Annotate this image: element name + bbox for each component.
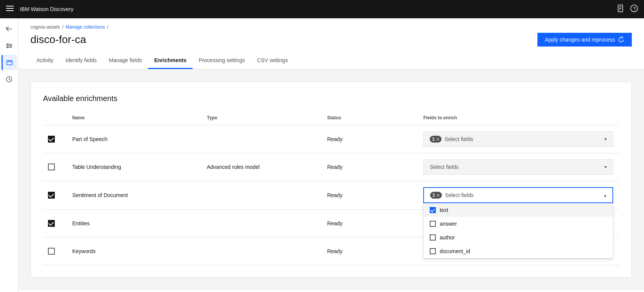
document-icon[interactable] [617,5,624,14]
col-header-checkbox [43,112,66,125]
row-5-name: Keywords [66,237,201,265]
col-header-fields: Fields to enrich [417,112,619,125]
col-header-name: Name [66,112,201,125]
top-nav: IBM Watson Discovery ? [0,0,644,18]
tab-manage-fields[interactable]: Manage fields [103,53,148,69]
option-text-checkbox[interactable] [430,207,436,213]
app-title: IBM Watson Discovery [20,6,73,12]
option-author-label: author [440,234,455,241]
tabs-container: Activity Identify fields Manage fields E… [18,53,644,69]
svg-rect-1 [6,8,14,9]
row-2-chevron-down-icon: ▾ [604,164,607,170]
page-title-row: disco-for-ca Apply changes and reprocess [30,33,632,53]
row-1-select-container: 1 ✕ Select fields ▾ [423,132,613,147]
svg-point-11 [7,44,8,45]
dropdown-option-author[interactable]: author [424,231,613,244]
svg-rect-20 [7,61,12,65]
row-3-chevron-up-icon: ▴ [604,193,606,198]
row-1-checkbox[interactable] [48,136,55,143]
row-2-status: Ready [321,153,417,181]
svg-rect-2 [6,10,14,11]
row-3-field-tag: 1 ✕ [430,192,442,199]
row-1-name: Part of Speech [66,125,201,153]
row-3-checkbox-cell [43,181,66,210]
svg-point-13 [10,45,11,47]
sidebar-back-icon[interactable] [2,21,17,37]
row-5-checkbox[interactable] [48,248,55,255]
page-header: cognos-assets / Manage collections / dis… [18,18,644,53]
apply-button-label: Apply changes and reprocess [545,37,615,43]
row-3-name: Sentiment of Document [66,181,201,210]
enrichments-table: Name Type Status Fields to enrich [43,112,619,265]
option-author-checkbox[interactable] [430,234,436,241]
table-row: Part of Speech Ready 1 ✕ [43,125,619,153]
main-content: cognos-assets / Manage collections / dis… [18,18,644,292]
breadcrumb-manage-collections[interactable]: Manage collections [66,24,105,30]
row-1-fields: 1 ✕ Select fields ▾ [417,125,619,153]
row-2-select-trigger[interactable]: Select fields ▾ [423,159,613,175]
row-1-status: Ready [321,125,417,153]
dropdown-option-document-id[interactable]: document_id [424,244,613,258]
option-text-label: text [440,207,448,213]
row-4-name: Entities [66,210,201,237]
row-3-checkbox[interactable] [48,192,55,199]
table-row: Table Understanding Advanced rules model… [43,153,619,181]
breadcrumb-sep-2: / [107,24,108,30]
row-3-type [201,181,321,210]
content-area: Available enrichments Name Type Status F… [18,69,644,290]
enrichments-card: Available enrichments Name Type Status F… [30,82,632,278]
row-3-status: Ready [321,181,417,210]
table-row: Sentiment of Document Ready 1 ✕ [43,181,619,210]
row-1-type [201,125,321,153]
option-answer-label: answer [440,221,457,227]
option-document-id-checkbox[interactable] [430,248,436,254]
sidebar-collections-icon[interactable] [2,55,17,70]
row-1-chevron-down-icon: ▾ [604,136,607,142]
option-document-id-label: document_id [440,248,470,254]
row-2-name: Table Understanding [66,153,201,181]
apply-changes-button[interactable]: Apply changes and reprocess [537,33,632,47]
dropdown-option-answer[interactable]: answer [424,217,613,231]
tab-activity[interactable]: Activity [30,53,59,69]
tab-identify-fields[interactable]: Identify fields [59,53,103,69]
hamburger-menu-icon[interactable] [6,5,14,14]
row-4-type [201,210,321,237]
sidebar-history-icon[interactable] [2,72,17,87]
svg-text:?: ? [633,6,636,11]
breadcrumb: cognos-assets / Manage collections / [30,24,632,30]
row-3-select-container: 1 ✕ Select fields ▴ [423,187,613,203]
refresh-icon [618,37,624,43]
breadcrumb-cognos: cognos-assets [30,24,60,30]
col-header-type: Type [201,112,321,125]
row-1-tag-x[interactable]: ✕ [436,137,439,141]
row-1-checkbox-cell [43,125,66,153]
row-4-checkbox[interactable] [48,220,55,227]
row-5-type [201,237,321,265]
row-2-fields: Select fields ▾ [417,153,619,181]
row-1-select-trigger[interactable]: 1 ✕ Select fields ▾ [423,132,613,147]
row-1-field-tag: 1 ✕ [430,136,442,143]
tab-enrichments[interactable]: Enrichments [148,53,193,69]
breadcrumb-sep-1: / [62,24,63,30]
tab-processing-settings[interactable]: Processing settings [193,53,251,69]
row-5-checkbox-cell [43,237,66,265]
row-2-checkbox[interactable] [48,164,55,170]
help-icon[interactable]: ? [630,5,638,14]
option-answer-checkbox[interactable] [430,221,436,227]
top-nav-icons: ? [617,5,638,14]
dropdown-option-text[interactable]: text [424,203,613,217]
row-1-select-label: Select fields [445,136,601,142]
sidebar [0,18,18,292]
row-2-select-container: Select fields ▾ [423,159,613,175]
row-3-fields: 1 ✕ Select fields ▴ [417,181,619,210]
row-3-tag-count: 1 [432,193,435,198]
row-3-select-trigger[interactable]: 1 ✕ Select fields ▴ [423,187,613,203]
app-layout: cognos-assets / Manage collections / dis… [0,18,644,292]
sidebar-filter-icon[interactable] [2,38,17,53]
row-1-tag-count: 1 [432,136,435,142]
row-3-tag-x[interactable]: ✕ [437,193,440,197]
row-2-type: Advanced rules model [201,153,321,181]
svg-rect-0 [6,6,14,6]
tab-csv-settings[interactable]: CSV settings [251,53,294,69]
col-header-status: Status [321,112,417,125]
